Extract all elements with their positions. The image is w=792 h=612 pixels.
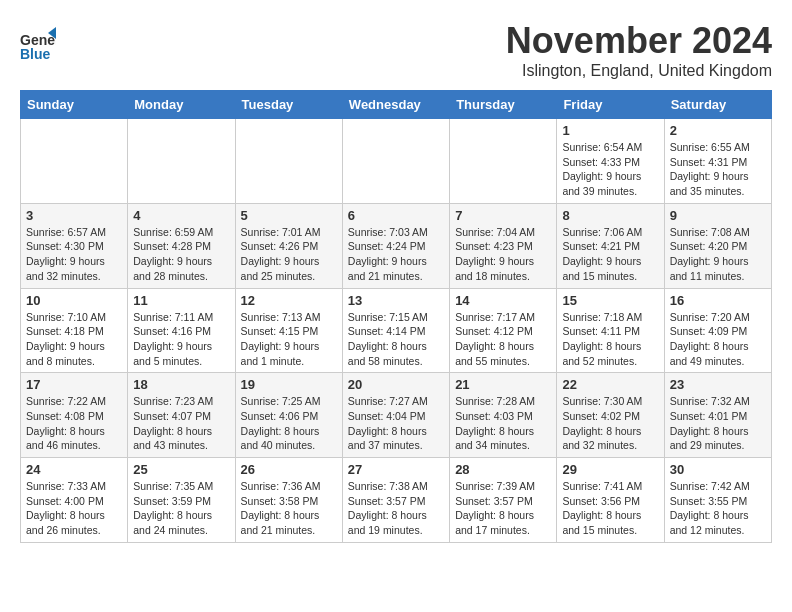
day-info: Sunrise: 7:17 AM Sunset: 4:12 PM Dayligh… — [455, 310, 551, 369]
day-of-week-header: Thursday — [450, 91, 557, 119]
logo: General Blue — [20, 25, 60, 61]
calendar-day-cell: 15Sunrise: 7:18 AM Sunset: 4:11 PM Dayli… — [557, 288, 664, 373]
day-number: 24 — [26, 462, 122, 477]
calendar-day-cell: 12Sunrise: 7:13 AM Sunset: 4:15 PM Dayli… — [235, 288, 342, 373]
month-title: November 2024 — [506, 20, 772, 62]
calendar-day-cell: 17Sunrise: 7:22 AM Sunset: 4:08 PM Dayli… — [21, 373, 128, 458]
calendar-day-cell: 3Sunrise: 6:57 AM Sunset: 4:30 PM Daylig… — [21, 203, 128, 288]
day-of-week-header: Wednesday — [342, 91, 449, 119]
day-info: Sunrise: 6:55 AM Sunset: 4:31 PM Dayligh… — [670, 140, 766, 199]
day-info: Sunrise: 7:10 AM Sunset: 4:18 PM Dayligh… — [26, 310, 122, 369]
day-number: 30 — [670, 462, 766, 477]
day-number: 5 — [241, 208, 337, 223]
day-info: Sunrise: 7:22 AM Sunset: 4:08 PM Dayligh… — [26, 394, 122, 453]
day-info: Sunrise: 6:59 AM Sunset: 4:28 PM Dayligh… — [133, 225, 229, 284]
calendar-body: 1Sunrise: 6:54 AM Sunset: 4:33 PM Daylig… — [21, 119, 772, 543]
calendar-day-cell: 28Sunrise: 7:39 AM Sunset: 3:57 PM Dayli… — [450, 458, 557, 543]
day-number: 6 — [348, 208, 444, 223]
calendar-day-cell: 11Sunrise: 7:11 AM Sunset: 4:16 PM Dayli… — [128, 288, 235, 373]
day-info: Sunrise: 7:20 AM Sunset: 4:09 PM Dayligh… — [670, 310, 766, 369]
day-of-week-header: Monday — [128, 91, 235, 119]
logo-icon: General Blue — [20, 25, 56, 61]
calendar-day-cell — [450, 119, 557, 204]
calendar-week-row: 1Sunrise: 6:54 AM Sunset: 4:33 PM Daylig… — [21, 119, 772, 204]
day-of-week-header: Sunday — [21, 91, 128, 119]
calendar-day-cell: 27Sunrise: 7:38 AM Sunset: 3:57 PM Dayli… — [342, 458, 449, 543]
page-header: General Blue November 2024 Islington, En… — [20, 20, 772, 80]
calendar-day-cell: 10Sunrise: 7:10 AM Sunset: 4:18 PM Dayli… — [21, 288, 128, 373]
day-info: Sunrise: 7:04 AM Sunset: 4:23 PM Dayligh… — [455, 225, 551, 284]
calendar-day-cell: 7Sunrise: 7:04 AM Sunset: 4:23 PM Daylig… — [450, 203, 557, 288]
day-number: 23 — [670, 377, 766, 392]
calendar-day-cell: 18Sunrise: 7:23 AM Sunset: 4:07 PM Dayli… — [128, 373, 235, 458]
day-number: 26 — [241, 462, 337, 477]
day-info: Sunrise: 7:11 AM Sunset: 4:16 PM Dayligh… — [133, 310, 229, 369]
calendar-day-cell — [342, 119, 449, 204]
calendar-day-cell: 25Sunrise: 7:35 AM Sunset: 3:59 PM Dayli… — [128, 458, 235, 543]
calendar-day-cell: 23Sunrise: 7:32 AM Sunset: 4:01 PM Dayli… — [664, 373, 771, 458]
calendar-day-cell: 6Sunrise: 7:03 AM Sunset: 4:24 PM Daylig… — [342, 203, 449, 288]
day-info: Sunrise: 7:35 AM Sunset: 3:59 PM Dayligh… — [133, 479, 229, 538]
calendar-week-row: 24Sunrise: 7:33 AM Sunset: 4:00 PM Dayli… — [21, 458, 772, 543]
calendar-table: SundayMondayTuesdayWednesdayThursdayFrid… — [20, 90, 772, 543]
day-info: Sunrise: 7:41 AM Sunset: 3:56 PM Dayligh… — [562, 479, 658, 538]
calendar-day-cell: 22Sunrise: 7:30 AM Sunset: 4:02 PM Dayli… — [557, 373, 664, 458]
day-number: 4 — [133, 208, 229, 223]
day-of-week-header: Friday — [557, 91, 664, 119]
day-info: Sunrise: 6:57 AM Sunset: 4:30 PM Dayligh… — [26, 225, 122, 284]
day-number: 8 — [562, 208, 658, 223]
calendar-day-cell: 24Sunrise: 7:33 AM Sunset: 4:00 PM Dayli… — [21, 458, 128, 543]
day-number: 25 — [133, 462, 229, 477]
calendar-header-row: SundayMondayTuesdayWednesdayThursdayFrid… — [21, 91, 772, 119]
day-of-week-header: Saturday — [664, 91, 771, 119]
calendar-day-cell: 9Sunrise: 7:08 AM Sunset: 4:20 PM Daylig… — [664, 203, 771, 288]
calendar-week-row: 3Sunrise: 6:57 AM Sunset: 4:30 PM Daylig… — [21, 203, 772, 288]
calendar-day-cell: 19Sunrise: 7:25 AM Sunset: 4:06 PM Dayli… — [235, 373, 342, 458]
day-of-week-header: Tuesday — [235, 91, 342, 119]
calendar-day-cell — [128, 119, 235, 204]
day-number: 2 — [670, 123, 766, 138]
title-block: November 2024 Islington, England, United… — [506, 20, 772, 80]
day-number: 22 — [562, 377, 658, 392]
day-info: Sunrise: 7:28 AM Sunset: 4:03 PM Dayligh… — [455, 394, 551, 453]
day-number: 27 — [348, 462, 444, 477]
calendar-week-row: 10Sunrise: 7:10 AM Sunset: 4:18 PM Dayli… — [21, 288, 772, 373]
day-info: Sunrise: 6:54 AM Sunset: 4:33 PM Dayligh… — [562, 140, 658, 199]
day-number: 16 — [670, 293, 766, 308]
location-title: Islington, England, United Kingdom — [506, 62, 772, 80]
calendar-day-cell: 1Sunrise: 6:54 AM Sunset: 4:33 PM Daylig… — [557, 119, 664, 204]
day-number: 20 — [348, 377, 444, 392]
day-info: Sunrise: 7:13 AM Sunset: 4:15 PM Dayligh… — [241, 310, 337, 369]
day-number: 29 — [562, 462, 658, 477]
calendar-day-cell — [21, 119, 128, 204]
calendar-day-cell: 14Sunrise: 7:17 AM Sunset: 4:12 PM Dayli… — [450, 288, 557, 373]
day-number: 15 — [562, 293, 658, 308]
day-number: 12 — [241, 293, 337, 308]
day-number: 28 — [455, 462, 551, 477]
day-number: 13 — [348, 293, 444, 308]
day-number: 10 — [26, 293, 122, 308]
day-number: 19 — [241, 377, 337, 392]
day-info: Sunrise: 7:03 AM Sunset: 4:24 PM Dayligh… — [348, 225, 444, 284]
calendar-day-cell: 4Sunrise: 6:59 AM Sunset: 4:28 PM Daylig… — [128, 203, 235, 288]
day-number: 9 — [670, 208, 766, 223]
day-info: Sunrise: 7:39 AM Sunset: 3:57 PM Dayligh… — [455, 479, 551, 538]
calendar-day-cell — [235, 119, 342, 204]
calendar-day-cell: 21Sunrise: 7:28 AM Sunset: 4:03 PM Dayli… — [450, 373, 557, 458]
day-info: Sunrise: 7:25 AM Sunset: 4:06 PM Dayligh… — [241, 394, 337, 453]
day-info: Sunrise: 7:18 AM Sunset: 4:11 PM Dayligh… — [562, 310, 658, 369]
calendar-day-cell: 13Sunrise: 7:15 AM Sunset: 4:14 PM Dayli… — [342, 288, 449, 373]
day-info: Sunrise: 7:32 AM Sunset: 4:01 PM Dayligh… — [670, 394, 766, 453]
day-number: 17 — [26, 377, 122, 392]
day-info: Sunrise: 7:08 AM Sunset: 4:20 PM Dayligh… — [670, 225, 766, 284]
day-info: Sunrise: 7:15 AM Sunset: 4:14 PM Dayligh… — [348, 310, 444, 369]
day-info: Sunrise: 7:30 AM Sunset: 4:02 PM Dayligh… — [562, 394, 658, 453]
day-info: Sunrise: 7:01 AM Sunset: 4:26 PM Dayligh… — [241, 225, 337, 284]
calendar-day-cell: 26Sunrise: 7:36 AM Sunset: 3:58 PM Dayli… — [235, 458, 342, 543]
day-info: Sunrise: 7:38 AM Sunset: 3:57 PM Dayligh… — [348, 479, 444, 538]
day-number: 3 — [26, 208, 122, 223]
calendar-day-cell: 2Sunrise: 6:55 AM Sunset: 4:31 PM Daylig… — [664, 119, 771, 204]
svg-text:Blue: Blue — [20, 46, 51, 61]
day-info: Sunrise: 7:27 AM Sunset: 4:04 PM Dayligh… — [348, 394, 444, 453]
day-number: 18 — [133, 377, 229, 392]
